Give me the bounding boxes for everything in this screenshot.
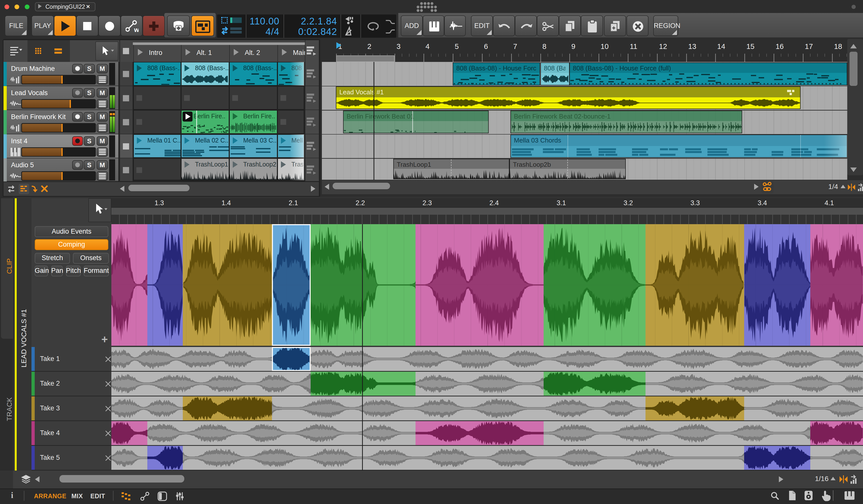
svg-text:w: w [134, 26, 139, 33]
